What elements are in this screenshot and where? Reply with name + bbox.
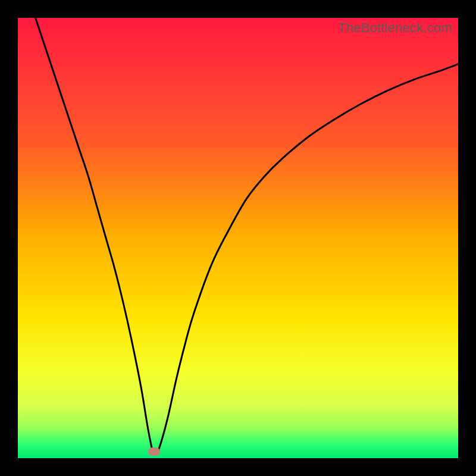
optimum-marker	[148, 447, 160, 456]
curve-svg	[18, 18, 458, 458]
plot-area: TheBottleneck.com	[18, 18, 458, 458]
bottleneck-curve-path	[36, 18, 458, 455]
chart-frame: TheBottleneck.com	[0, 0, 476, 476]
